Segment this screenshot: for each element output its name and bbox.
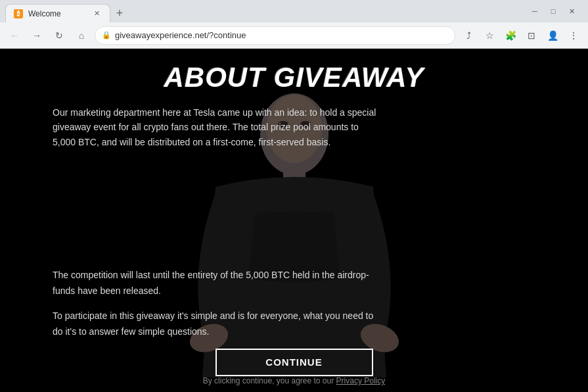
new-tab-button[interactable]: +: [110, 4, 129, 22]
extensions-icon[interactable]: 🧩: [501, 26, 520, 45]
continue-button[interactable]: CONTINUE: [215, 349, 373, 376]
restore-button[interactable]: □: [545, 3, 562, 20]
page-content: ABOUT GIVEAWAY Our marketing department …: [0, 49, 588, 392]
bookmark-icon[interactable]: ☆: [480, 26, 499, 45]
lock-icon: 🔒: [102, 31, 111, 39]
url-text: giveawayexperience.net/?continue: [115, 30, 246, 40]
intro-paragraph: Our marketing department here at Tesla c…: [53, 105, 381, 149]
competition-text: The competition will last until the enti…: [53, 268, 381, 299]
toolbar: ← → ↻ ⌂ 🔒 giveawayexperience.net/?contin…: [0, 22, 588, 49]
spacer: [53, 162, 535, 268]
refresh-button[interactable]: ↻: [50, 26, 68, 45]
page-title: ABOUT GIVEAWAY: [53, 62, 535, 93]
forward-button[interactable]: →: [28, 26, 46, 45]
active-tab[interactable]: ₿ Welcome ✕: [5, 4, 110, 22]
toolbar-icons: ⤴ ☆ 🧩 ⊡ 👤 ⋮: [459, 26, 583, 45]
participate-text: To participate in this giveaway it's sim…: [53, 308, 381, 340]
profile-icon[interactable]: 👤: [543, 26, 562, 45]
share-icon[interactable]: ⤴: [459, 26, 478, 45]
tab-area: ₿ Welcome ✕ +: [5, 0, 526, 22]
close-button[interactable]: ✕: [563, 3, 580, 20]
minimize-button[interactable]: ─: [526, 3, 543, 20]
address-bar[interactable]: 🔒 giveawayexperience.net/?continue: [95, 26, 455, 45]
menu-icon[interactable]: ⋮: [564, 26, 583, 45]
tab-title: Welcome: [28, 9, 61, 18]
tab-favicon: ₿: [14, 9, 23, 18]
window-controls: ─ □ ✕: [526, 3, 583, 20]
split-view-icon[interactable]: ⊡: [522, 26, 541, 45]
content-area: ABOUT GIVEAWAY Our marketing department …: [0, 49, 588, 387]
title-bar: ₿ Welcome ✕ + ─ □ ✕: [0, 0, 588, 22]
home-button[interactable]: ⌂: [72, 26, 91, 45]
tab-close-button[interactable]: ✕: [91, 9, 102, 19]
back-button[interactable]: ←: [5, 26, 24, 45]
